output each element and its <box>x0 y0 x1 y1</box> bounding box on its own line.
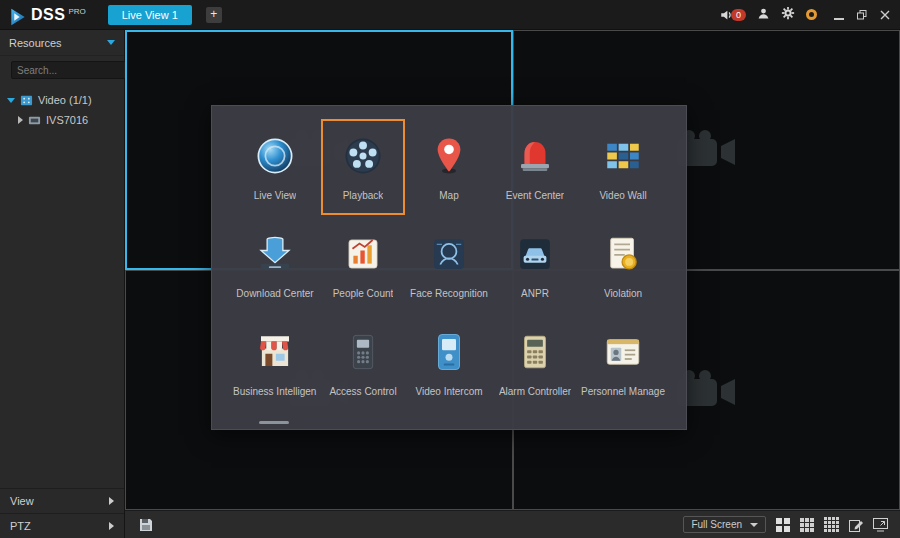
app-label: People Count <box>333 288 394 299</box>
status-ring-icon[interactable] <box>806 9 817 20</box>
layout-2x2-button[interactable] <box>776 518 790 532</box>
ptz-expand-arrow-icon <box>109 522 114 530</box>
app-label: Violation <box>604 288 642 299</box>
tree-label-video: Video (1/1) <box>38 94 92 106</box>
user-icon <box>757 7 770 20</box>
layout-4x4-button[interactable] <box>824 517 839 532</box>
user-button[interactable] <box>757 6 770 24</box>
bar-chart-icon <box>341 232 385 276</box>
app-live-view[interactable]: Live View <box>231 119 319 215</box>
chevron-down-icon <box>750 523 758 527</box>
app-playback[interactable]: Playback <box>321 119 405 215</box>
minimize-icon <box>834 18 844 20</box>
resources-label: Resources <box>9 37 62 49</box>
video-group-icon <box>20 94 33 107</box>
app-video-wall[interactable]: Video Wall <box>579 119 667 215</box>
restore-icon <box>857 10 867 20</box>
fullscreen-button[interactable] <box>873 518 888 532</box>
collapse-arrow-right-icon[interactable] <box>18 116 23 124</box>
tree-item-video-group[interactable]: Video (1/1) <box>0 90 124 110</box>
app-label: Live View <box>254 190 297 201</box>
car-plate-icon <box>513 232 557 276</box>
app-download-center[interactable]: Download Center <box>231 217 319 313</box>
window-controls <box>834 6 890 24</box>
settings-button[interactable] <box>781 6 795 24</box>
app-label: Video Intercom <box>415 386 482 397</box>
app-map[interactable]: Map <box>407 119 491 215</box>
control-panel-icon <box>513 330 557 374</box>
resources-sidebar: Resources Vi <box>0 30 125 538</box>
app-face-recognition[interactable]: Face Recognition <box>407 217 491 313</box>
add-tab-button[interactable]: + <box>206 7 222 23</box>
app-launcher-modal: Live View Playback <box>211 105 687 430</box>
id-card-icon <box>601 330 645 374</box>
custom-split-button[interactable] <box>849 518 863 532</box>
ptz-panel-label: PTZ <box>10 520 31 532</box>
restore-button[interactable] <box>857 6 867 24</box>
app-label: Access Control <box>329 386 396 397</box>
alarm-sound-button[interactable]: 0 <box>719 8 746 22</box>
save-icon <box>139 518 153 532</box>
layout-2x2-icon <box>776 518 790 532</box>
screen-mode-dropdown[interactable]: Full Screen <box>683 516 766 533</box>
app-alarm-controller[interactable]: Alarm Controller <box>493 315 577 411</box>
ptz-panel-toggle[interactable]: PTZ <box>0 513 124 538</box>
tree-item-device[interactable]: IVS7016 <box>0 110 124 130</box>
app-personnel-management[interactable]: Personnel Manage... <box>579 315 667 411</box>
app-label: Face Recognition <box>410 288 488 299</box>
dss-logo-icon <box>8 7 28 27</box>
app-event-center[interactable]: Event Center <box>493 119 577 215</box>
layout-3x3-button[interactable] <box>800 518 814 532</box>
dss-window: DSS PRO Live View 1 + 0 <box>0 0 900 538</box>
screen-mode-label: Full Screen <box>691 519 742 530</box>
close-button[interactable] <box>880 6 890 24</box>
storefront-icon <box>253 330 297 374</box>
app-label: Video Wall <box>599 190 646 201</box>
device-icon <box>28 114 41 127</box>
app-business-intelligence[interactable]: Business Intelligen... <box>231 315 319 411</box>
download-tray-icon <box>253 232 297 276</box>
search-row <box>0 56 124 84</box>
alarm-count-badge: 0 <box>731 9 746 21</box>
expand-arrow-icon[interactable] <box>7 98 15 103</box>
custom-split-icon <box>849 518 863 532</box>
app-label: Playback <box>343 190 384 201</box>
app-label: ANPR <box>521 288 549 299</box>
topbar-icons: 0 <box>719 6 900 24</box>
live-view-orb-icon <box>253 134 297 178</box>
app-video-intercom[interactable]: Video Intercom <box>407 315 491 411</box>
app-edition: PRO <box>68 7 85 16</box>
minimize-button[interactable] <box>834 6 844 24</box>
layout-4x4-icon <box>824 517 839 532</box>
app-access-control[interactable]: Access Control <box>321 315 405 411</box>
app-people-count[interactable]: People Count <box>321 217 405 313</box>
view-expand-arrow-icon <box>109 497 114 505</box>
app-name: DSS <box>31 3 65 27</box>
app-label: Map <box>439 190 458 201</box>
document-badge-icon <box>601 232 645 276</box>
top-bar: DSS PRO Live View 1 + 0 <box>0 0 900 30</box>
tab-live-view-1[interactable]: Live View 1 <box>108 5 192 25</box>
view-panel-toggle[interactable]: View <box>0 488 124 513</box>
fullscreen-monitor-icon <box>873 518 888 532</box>
close-icon <box>880 10 890 20</box>
app-anpr[interactable]: ANPR <box>493 217 577 313</box>
resources-header[interactable]: Resources <box>0 30 124 56</box>
app-label: Business Intelligen... <box>233 386 317 397</box>
layout-controls: Full Screen <box>683 516 900 533</box>
tile-grid-icon <box>601 134 645 178</box>
device-tree: Video (1/1) IVS7016 <box>0 84 124 130</box>
save-view-button[interactable] <box>125 518 153 532</box>
layout-3x3-icon <box>800 518 814 532</box>
app-label: Event Center <box>506 190 564 201</box>
modal-scrollbar[interactable] <box>259 421 289 424</box>
keypad-device-icon <box>341 330 385 374</box>
collapse-arrow-icon <box>107 40 115 45</box>
app-grid: Live View Playback <box>212 106 686 416</box>
gear-icon <box>781 6 795 20</box>
app-violation[interactable]: Violation <box>579 217 667 313</box>
location-pin-icon <box>427 134 471 178</box>
sidebar-bottom-panels: View PTZ <box>0 488 124 538</box>
app-label: Personnel Manage... <box>581 386 665 397</box>
intercom-device-icon <box>427 330 471 374</box>
